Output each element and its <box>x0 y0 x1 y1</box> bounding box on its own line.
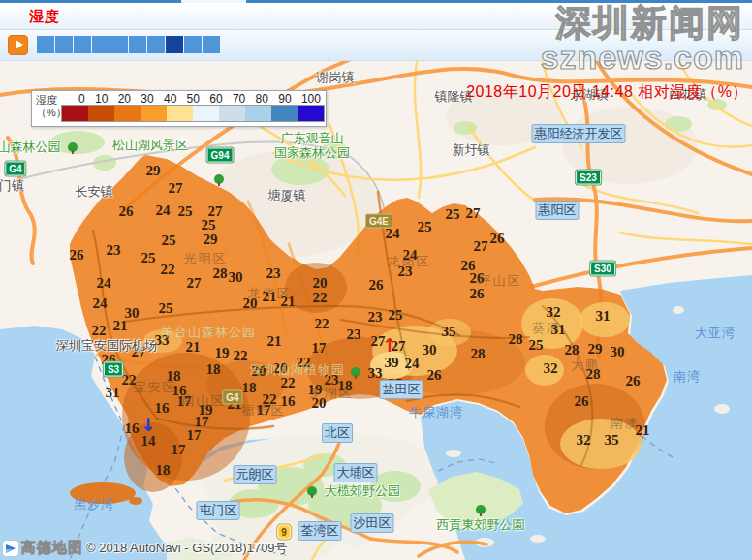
district-area-label: 大鹏 <box>571 357 600 374</box>
town-label: 长安镇 <box>76 183 113 201</box>
humidity-value: 27 <box>466 205 481 222</box>
sea-label: 黑沙湾 <box>74 496 114 513</box>
humidity-value: 25 <box>446 206 460 223</box>
park-label-faint: 深圳仙湖植物园 <box>250 361 345 379</box>
humidity-value: 23 <box>347 327 361 343</box>
district-label: 沙田区 <box>351 513 394 533</box>
legend-tick: 100 <box>301 92 321 105</box>
town-label: 新圩镇 <box>453 141 490 159</box>
district-area-label: 龙华区 <box>248 285 292 302</box>
humidity-value: 25 <box>141 250 156 266</box>
district-area-label: 龙岗区 <box>388 253 431 270</box>
humidity-value: 16 <box>125 420 140 437</box>
humidity-value: 28 <box>565 342 580 358</box>
frame-selector <box>37 36 220 53</box>
humidity-value: 23 <box>368 309 383 326</box>
frame-square[interactable] <box>55 36 73 53</box>
humidity-value: 21 <box>113 318 128 334</box>
legend-swatch <box>271 106 298 121</box>
humidity-value: 17 <box>187 427 202 444</box>
road-shield-s3: S3 <box>104 362 123 377</box>
road-shield-s30: S30 <box>590 262 615 276</box>
humidity-map-app: 湿度 <box>0 0 752 560</box>
town-label: 谢岗镇 <box>317 69 355 86</box>
district-label: 元朗区 <box>234 465 277 484</box>
humidity-value: 17 <box>312 340 327 357</box>
park-label: 松山湖风景区 <box>112 137 188 154</box>
humidity-value: 25 <box>159 300 173 317</box>
sea-label: 大亚湾 <box>695 325 736 342</box>
legend-swatch <box>298 106 324 121</box>
browser-top-strip <box>0 0 752 3</box>
humidity-value: 14 <box>141 433 156 450</box>
town-label: 门镇 <box>0 177 24 195</box>
legend-tick: 0 <box>78 92 85 105</box>
frame-square[interactable] <box>110 36 128 53</box>
humidity-value: 26 <box>119 203 134 220</box>
frame-square[interactable] <box>184 36 202 53</box>
park-label-faint: 羊台山森林公园 <box>161 324 256 341</box>
timestamp-label: 2018年10月20日 14:48 相对湿度（%） <box>466 82 748 103</box>
town-label: 深圳宝安国际机场 <box>56 337 157 355</box>
page-title: 湿度 <box>29 8 60 26</box>
sea-label: 牛屎湖湾 <box>409 404 463 421</box>
humidity-value: 35 <box>605 432 619 449</box>
frame-square[interactable] <box>147 36 165 53</box>
frame-square[interactable] <box>37 36 54 53</box>
legend-swatch <box>245 106 271 121</box>
district-area-label: 葵涌 <box>532 320 561 337</box>
humidity-value: 18 <box>156 462 171 479</box>
humidity-value: 21 <box>267 333 282 350</box>
humidity-value: 21 <box>186 339 201 356</box>
trend-arrow-up: ↑ <box>382 334 397 356</box>
district-label: 北区 <box>322 423 353 443</box>
legend-ticks: 0102030405060708090100 <box>78 92 321 105</box>
humidity-value: 31 <box>106 385 120 401</box>
town-label: 塘厦镇 <box>268 187 306 204</box>
frame-square[interactable] <box>203 36 220 53</box>
humidity-value: 39 <box>385 355 399 371</box>
humidity-value: 33 <box>368 365 383 382</box>
humidity-value: 35 <box>442 324 456 340</box>
humidity-value: 22 <box>313 290 328 306</box>
humidity-value: 18 <box>242 380 257 396</box>
road-shield-g4e: G4E <box>365 214 392 229</box>
humidity-value: 22 <box>92 323 107 339</box>
amap-logo-text: 高德地图 <box>21 539 83 557</box>
legend-tick: 90 <box>278 92 291 105</box>
legend-swatch <box>167 106 193 121</box>
humidity-value: 28 <box>509 331 523 348</box>
humidity-value: 27 <box>169 180 183 197</box>
district-label: 盐田区 <box>380 380 423 399</box>
frame-square[interactable] <box>129 36 146 53</box>
humidity-value: 31 <box>596 308 611 325</box>
legend-swatch <box>62 106 88 121</box>
map-canvas[interactable]: 2927262425272529252326252228302427232022… <box>0 60 752 560</box>
legend-colorbar <box>61 105 325 122</box>
district-label: 惠阳经济开发区 <box>532 124 626 143</box>
legend-swatch <box>141 106 167 121</box>
park-label: 西貢東郊野公園 <box>437 516 525 534</box>
site-watermark: 深圳新闻网 sznews.com <box>541 5 744 74</box>
humidity-value: 28 <box>471 346 486 362</box>
humidity-value: 24 <box>97 275 111 292</box>
tree-icon <box>307 486 317 496</box>
district-label: 大埔区 <box>334 463 378 482</box>
district-area-label: 南山区 <box>182 392 226 410</box>
frame-square[interactable] <box>74 36 91 53</box>
frame-square-active[interactable] <box>166 36 183 53</box>
frame-square[interactable] <box>92 36 110 53</box>
play-button[interactable] <box>8 35 28 55</box>
humidity-value: 25 <box>162 233 176 249</box>
copyright-text: © 2018 AutoNavi - GS(2018)1709号 <box>86 540 288 557</box>
humidity-value: 19 <box>215 345 230 361</box>
legend-tick: 50 <box>187 92 200 105</box>
legend-tick: 20 <box>118 92 131 105</box>
district-label: 荃湾区 <box>298 521 342 541</box>
road-shield-g4: G4 <box>222 390 242 405</box>
amap-logo-icon <box>3 541 18 556</box>
humidity-value: 26 <box>575 393 589 410</box>
humidity-value: 16 <box>155 400 170 417</box>
sea-label: 南湾 <box>674 368 701 386</box>
humidity-value: 27 <box>474 238 488 255</box>
